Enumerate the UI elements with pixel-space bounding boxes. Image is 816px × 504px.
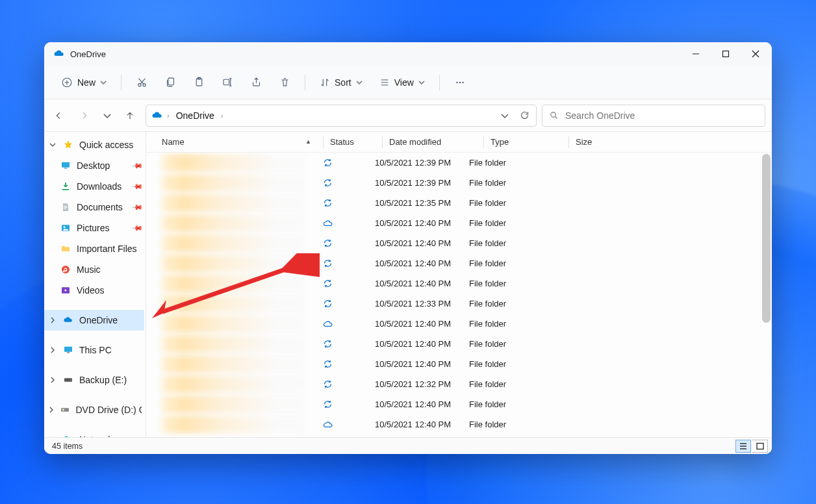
- search-input[interactable]: [565, 110, 758, 121]
- svg-point-7: [138, 84, 140, 86]
- cell-type: File folder: [469, 379, 547, 389]
- table-row[interactable]: 10/5/2021 12:39 PMFile folder: [146, 153, 772, 173]
- new-button[interactable]: New: [55, 73, 113, 92]
- sidebar-item-videos[interactable]: Videos: [44, 280, 144, 301]
- redacted-name: [162, 355, 305, 373]
- scrollbar-thumb[interactable]: [762, 154, 771, 323]
- view-details-button[interactable]: [735, 440, 751, 453]
- svg-point-33: [64, 226, 66, 228]
- more-button[interactable]: [448, 71, 472, 94]
- table-row[interactable]: 10/5/2021 12:40 PMFile folder: [146, 213, 772, 233]
- column-header-status[interactable]: Status: [330, 137, 382, 147]
- cut-button[interactable]: [129, 71, 154, 94]
- share-button[interactable]: [244, 71, 268, 94]
- maximize-button[interactable]: [711, 42, 741, 66]
- minimize-button[interactable]: [681, 42, 711, 66]
- svg-rect-29: [64, 206, 67, 207]
- sidebar-item-label: Videos: [77, 285, 105, 296]
- table-row[interactable]: 10/5/2021 12:40 PMFile folder: [146, 394, 772, 414]
- sidebar-item-music[interactable]: Music: [44, 259, 144, 280]
- column-header-date[interactable]: Date modified: [389, 137, 483, 147]
- status-text: 45 items: [52, 442, 83, 451]
- table-row[interactable]: 10/5/2021 12:33 PMFile folder: [146, 294, 772, 314]
- paste-button[interactable]: [186, 71, 211, 94]
- forward-button[interactable]: [74, 105, 95, 126]
- column-header-name[interactable]: Name ▲: [162, 137, 323, 147]
- cell-date: 10/5/2021 12:40 PM: [375, 319, 469, 329]
- expand-icon[interactable]: [48, 377, 57, 383]
- table-row[interactable]: 10/5/2021 12:40 PMFile folder: [146, 354, 772, 374]
- breadcrumb-item[interactable]: OneDrive: [173, 109, 217, 122]
- sidebar-item-dvd[interactable]: DVD Drive (D:) CPRA: [44, 399, 144, 420]
- copy-button[interactable]: [158, 71, 183, 94]
- back-button[interactable]: [48, 105, 69, 126]
- address-dropdown-button[interactable]: [497, 108, 513, 123]
- collapse-icon[interactable]: [48, 142, 57, 148]
- view-button-label: View: [394, 77, 414, 88]
- table-row[interactable]: 10/5/2021 12:35 PMFile folder: [146, 193, 772, 213]
- view-list-icon: [379, 77, 390, 88]
- sidebar-item-documents[interactable]: Documents 📌: [44, 197, 144, 218]
- file-list[interactable]: 10/5/2021 12:39 PMFile folder10/5/2021 1…: [146, 153, 772, 437]
- column-header-size[interactable]: Size: [576, 137, 628, 147]
- cell-date: 10/5/2021 12:40 PM: [375, 359, 469, 369]
- table-row[interactable]: 10/5/2021 12:40 PMFile folder: [146, 334, 772, 354]
- sidebar-item-network[interactable]: Network: [44, 429, 144, 437]
- redacted-name: [162, 375, 305, 393]
- breadcrumb-separator-icon: ›: [221, 112, 223, 120]
- table-row[interactable]: 10/5/2021 12:40 PMFile folder: [146, 273, 772, 294]
- redacted-name: [162, 275, 305, 292]
- table-row[interactable]: 10/5/2021 12:40 PMFile folder: [146, 414, 772, 435]
- sidebar-item-label: Music: [77, 264, 101, 275]
- cell-date: 10/5/2021 12:32 PM: [375, 379, 469, 389]
- up-button[interactable]: [120, 105, 140, 126]
- rename-button[interactable]: [215, 71, 240, 94]
- sidebar-item-this-pc[interactable]: This PC: [44, 340, 144, 360]
- cell-date: 10/5/2021 12:40 PM: [375, 420, 469, 429]
- view-thumbnails-button[interactable]: [752, 440, 768, 453]
- address-bar[interactable]: › OneDrive ›: [146, 105, 537, 127]
- redacted-name: [162, 174, 305, 192]
- recent-locations-button[interactable]: [100, 105, 114, 126]
- sidebar-item-downloads[interactable]: Downloads 📌: [44, 176, 144, 197]
- sidebar-item-pictures[interactable]: Pictures 📌: [44, 218, 144, 238]
- chevron-down-icon: [418, 79, 425, 86]
- table-row[interactable]: 10/5/2021 12:40 PMFile folder: [146, 253, 772, 273]
- redacted-name: [162, 255, 305, 272]
- table-row[interactable]: 10/5/2021 12:32 PMFile folder: [146, 374, 772, 394]
- redacted-name: [162, 214, 305, 232]
- table-row[interactable]: 10/5/2021 12:40 PMFile folder: [146, 233, 772, 253]
- redacted-name: [162, 315, 305, 333]
- svg-point-24: [551, 112, 556, 118]
- svg-point-41: [62, 409, 64, 410]
- sidebar-item-important-files[interactable]: Important Files: [44, 238, 144, 259]
- cell-date: 10/5/2021 12:40 PM: [375, 279, 469, 288]
- expand-icon[interactable]: [48, 317, 57, 323]
- svg-rect-37: [67, 352, 70, 353]
- videos-icon: [60, 284, 71, 296]
- sidebar-item-quick-access[interactable]: Quick access: [44, 134, 144, 155]
- sort-button[interactable]: Sort: [313, 73, 369, 92]
- onedrive-icon: [53, 48, 65, 60]
- table-row[interactable]: 10/5/2021 12:40 PMFile folder: [146, 314, 772, 334]
- cell-type: File folder: [469, 158, 547, 168]
- sidebar-item-desktop[interactable]: Desktop 📌: [44, 155, 144, 176]
- file-list-pane: Name ▲ Status Date modified Type Size 10…: [146, 132, 772, 437]
- delete-button[interactable]: [272, 71, 297, 94]
- refresh-button[interactable]: [516, 108, 532, 123]
- expand-icon[interactable]: [48, 347, 57, 353]
- table-row[interactable]: 10/5/2021 12:39 PMFile folder: [146, 173, 772, 193]
- column-header-type[interactable]: Type: [491, 137, 568, 147]
- sidebar-item-onedrive[interactable]: OneDrive: [44, 310, 144, 331]
- pin-icon: 📌: [131, 201, 143, 213]
- expand-icon[interactable]: [48, 407, 55, 413]
- sidebar-item-label: Desktop: [77, 160, 110, 171]
- view-button[interactable]: View: [373, 73, 431, 92]
- statusbar: 45 items: [44, 437, 772, 454]
- navigation-pane: Quick access Desktop 📌 Downloads 📌 Docum…: [44, 132, 146, 437]
- onedrive-icon: [151, 110, 163, 121]
- svg-rect-27: [64, 168, 67, 168]
- close-button[interactable]: [741, 42, 771, 66]
- sidebar-item-backup[interactable]: Backup (E:): [44, 370, 144, 390]
- search-box[interactable]: [542, 105, 765, 127]
